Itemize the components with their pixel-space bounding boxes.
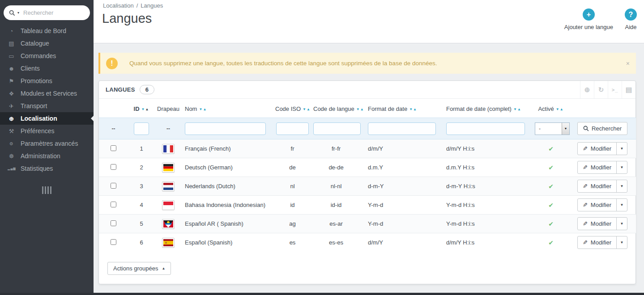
modify-dropdown-caret-icon[interactable] <box>616 199 627 211</box>
filter-active-select[interactable]: -▼ <box>535 122 570 135</box>
modify-dropdown-caret-icon[interactable] <box>616 236 627 249</box>
breadcrumb: Localisation/Langues <box>103 2 163 9</box>
pencil-icon <box>583 183 588 190</box>
table-row: 5 Español AR ( Spanish) ag es-ar Y-m-d Y… <box>99 215 636 233</box>
sidebar-item-statistiques[interactable]: ▂▄▆Statistiques <box>0 162 94 175</box>
active-check-icon[interactable] <box>548 221 554 228</box>
cell-iso: id <box>273 196 311 215</box>
search-scope-caret-icon[interactable]: ▾ <box>17 11 19 15</box>
sidebar-item-transport[interactable]: ✈Transport <box>0 100 94 112</box>
column-header-active: Activé <box>533 99 569 118</box>
modify-dropdown-caret-icon[interactable] <box>616 180 627 192</box>
header-checkbox-col <box>99 99 128 118</box>
cell-id: 5 <box>128 215 155 233</box>
column-header-format-date-complet: Format de date (complet) <box>439 99 533 118</box>
sidebar-item-modules-et-services[interactable]: ❖Modules et Services <box>0 87 94 100</box>
help-button[interactable]: ? Aide <box>625 8 637 30</box>
search-icon <box>9 10 15 16</box>
cell-name: Deutsch (German) <box>182 158 273 177</box>
row-checkbox[interactable] <box>111 220 116 226</box>
modify-label: Modifier <box>591 145 611 152</box>
breadcrumb-parent[interactable]: Localisation <box>103 2 134 9</box>
sort-arrows-code-iso[interactable] <box>303 107 311 111</box>
row-checkbox[interactable] <box>111 164 116 170</box>
filter-code-iso-input[interactable] <box>276 122 309 135</box>
search-input[interactable] <box>23 9 85 16</box>
add-language-button[interactable]: + Ajouter une langue <box>564 8 613 30</box>
warning-icon: ! <box>106 58 118 69</box>
modify-label: Modifier <box>591 164 611 171</box>
row-checkbox[interactable] <box>111 202 116 207</box>
sidebar-menu: ◔Tableau de Bord ▤Catalogue ▭Commandes ☻… <box>0 25 94 175</box>
cell-id: 3 <box>128 177 155 196</box>
sidebar-item-parametres-avances[interactable]: ⚙Paramètres avancés <box>0 137 94 150</box>
sort-arrows-nom[interactable] <box>199 107 207 111</box>
sort-arrows-active[interactable] <box>556 107 564 111</box>
warning-text: Quand vous supprimez une langue, toutes … <box>129 60 437 67</box>
sidebar-item-label: Modules et Services <box>21 90 77 97</box>
sidebar-item-administration[interactable]: ☸Administration <box>0 150 94 162</box>
database-icon[interactable]: ▤ <box>622 81 635 98</box>
sidebar-search[interactable]: ▾ <box>4 5 90 20</box>
active-check-icon[interactable] <box>548 164 554 171</box>
help-question-icon: ? <box>625 8 637 21</box>
panel-toolbar: ⊕ ↻ >_ ▤ <box>580 81 635 98</box>
cell-name: Español AR ( Spanish) <box>182 215 273 233</box>
filter-code-langue-input[interactable] <box>313 122 361 135</box>
cell-date-format-full: Y-m-d H:i:s <box>439 196 533 215</box>
promotions-icon: ⚑ <box>8 78 15 84</box>
cell-date-format: d/m/Y <box>361 233 439 252</box>
refresh-icon[interactable]: ↻ <box>594 81 608 98</box>
sidebar-collapse-handle[interactable] <box>41 186 53 194</box>
modify-button[interactable]: Modifier <box>577 142 627 155</box>
filter-dash: -- <box>112 126 115 132</box>
modify-button[interactable]: Modifier <box>577 217 627 230</box>
active-check-icon[interactable] <box>548 146 554 152</box>
sidebar-item-clients[interactable]: ☻Clients <box>0 62 94 75</box>
add-language-plus-icon: + <box>583 8 595 21</box>
row-checkbox[interactable] <box>111 145 116 151</box>
row-checkbox[interactable] <box>111 239 116 245</box>
add-icon[interactable]: ⊕ <box>580 81 594 98</box>
header-actions-col <box>569 99 636 118</box>
sidebar-item-catalogue[interactable]: ▤Catalogue <box>0 37 94 50</box>
modify-button[interactable]: Modifier <box>577 236 627 249</box>
search-filter-button[interactable]: Rechercher <box>577 122 627 135</box>
row-checkbox[interactable] <box>111 183 116 189</box>
customers-icon: ☻ <box>8 65 15 72</box>
grouped-actions-button[interactable]: Actions groupées <box>107 262 171 275</box>
column-header-drapeau: Drapeau <box>155 99 182 118</box>
modify-button[interactable]: Modifier <box>577 161 627 174</box>
sort-arrows-code-langue[interactable] <box>356 107 364 111</box>
terminal-icon[interactable]: >_ <box>608 81 622 98</box>
filter-format-date-complet-input[interactable] <box>446 122 525 135</box>
filter-nom-input[interactable] <box>185 122 266 135</box>
modify-dropdown-caret-icon[interactable] <box>616 143 627 155</box>
active-check-icon[interactable] <box>548 183 554 190</box>
sidebar-item-promotions[interactable]: ⚑Promotions <box>0 75 94 87</box>
cell-date-format-full: Y-m-d H:i:s <box>439 215 533 233</box>
modify-button[interactable]: Modifier <box>577 180 627 193</box>
cell-iso: es <box>273 233 311 252</box>
modify-dropdown-caret-icon[interactable] <box>616 161 627 173</box>
active-check-icon[interactable] <box>548 240 554 246</box>
cell-iso: nl <box>273 177 311 196</box>
sidebar-item-localisation[interactable]: ⊕Localisation <box>0 112 94 125</box>
sort-arrows-format-date-complet[interactable] <box>513 107 521 111</box>
cell-name: Español (Spanish) <box>182 233 273 252</box>
filter-id-input[interactable] <box>134 122 149 135</box>
table-filter-row: -- -- -▼ Rechercher <box>99 118 636 139</box>
modify-button[interactable]: Modifier <box>577 198 627 211</box>
filter-format-date-input[interactable] <box>368 122 436 135</box>
active-check-icon[interactable] <box>548 202 554 209</box>
sort-arrows-format-date[interactable] <box>409 107 417 111</box>
cell-date-format-full: d-m-Y H:i:s <box>439 177 533 196</box>
modules-icon: ❖ <box>8 90 15 97</box>
sidebar-item-tableau-de-bord[interactable]: ◔Tableau de Bord <box>0 25 94 37</box>
sidebar-item-preferences[interactable]: ⚒Préférences <box>0 125 94 137</box>
column-header-code-iso: Code ISO <box>273 99 311 118</box>
sort-arrows-id[interactable] <box>141 107 149 111</box>
modify-dropdown-caret-icon[interactable] <box>616 218 627 230</box>
warning-close-icon[interactable]: × <box>626 60 630 67</box>
sidebar-item-commandes[interactable]: ▭Commandes <box>0 50 94 62</box>
